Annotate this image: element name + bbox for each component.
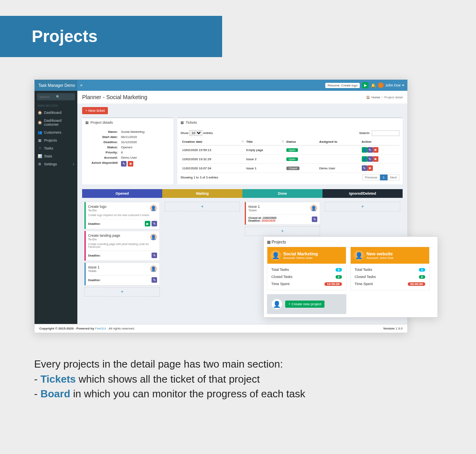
delete-icon[interactable]: ✖: [367, 165, 373, 171]
tickets-box: ▦ Tickets Show 10 entries Search:: [177, 117, 403, 184]
play-icon[interactable]: ▶: [362, 82, 369, 88]
kanban-card[interactable]: Create landing pageTo-DoCreate a landing…: [84, 231, 160, 261]
edit-icon[interactable]: ✎: [121, 161, 127, 167]
nav-icon: 🏠: [38, 111, 42, 115]
project-details-box: ▦ Project details Name:Social MarketingS…: [82, 117, 173, 184]
table-row: 13/02/2020 15:59:13Empty pageOpen👤✎✖: [180, 146, 399, 155]
sidebar-item-customers[interactable]: 👥Customers: [35, 128, 77, 136]
edit-icon[interactable]: ✎: [152, 253, 157, 258]
kanban-card[interactable]: Create logoTo-DoCreate logo inspired on …: [84, 202, 160, 229]
breadcrumb-home[interactable]: Home: [372, 96, 380, 99]
avatar-icon: [310, 205, 317, 212]
page-1[interactable]: 1: [380, 174, 387, 180]
project-card[interactable]: Social MarketingAccount: Demo UserTotal …: [267, 247, 346, 290]
nav-icon: 🏠: [38, 121, 42, 125]
nav-icon: 👥: [38, 130, 42, 134]
sidebar-item-projects[interactable]: ▦Projects: [35, 136, 77, 144]
avatar-icon: [150, 265, 157, 272]
grid-icon: ▦: [180, 121, 184, 125]
col-status[interactable]: Status: [285, 138, 318, 146]
nav-icon: ⑂: [38, 146, 42, 150]
breadcrumb-current: Project detail: [384, 96, 403, 99]
resume-button[interactable]: Resume: Create logo: [325, 83, 360, 88]
tickets-table: Creation date⇅ Title⇅ Status Assigned to…: [180, 138, 399, 173]
avatar-icon: [150, 205, 157, 212]
breadcrumb: 🏠 Home › Project detail: [366, 96, 403, 99]
hero-banner: Projects: [0, 16, 222, 57]
user-icon[interactable]: 👤: [362, 147, 367, 153]
sidebar-item-tasks[interactable]: ⑂Tasks: [35, 144, 77, 152]
user-name: John Doe: [385, 83, 401, 87]
entries-select[interactable]: 10: [189, 130, 202, 136]
edit-icon[interactable]: ✎: [152, 277, 157, 283]
home-icon: 🏠: [366, 96, 370, 99]
create-project-button[interactable]: + Create new project: [285, 301, 324, 308]
topbar: Task Manager Demo ≡ Resume: Create logo …: [35, 80, 407, 91]
nav-section-header: MAIN SECTION: [35, 103, 77, 109]
search-input[interactable]: [372, 130, 399, 136]
delete-icon[interactable]: ✖: [128, 161, 133, 167]
page-title: Planner - Social Marketing: [82, 94, 147, 100]
play-icon[interactable]: ▶: [145, 221, 150, 226]
table-info: Showing 1 to 3 of 3 entries: [180, 176, 218, 179]
nav-icon: ▦: [38, 138, 42, 142]
bell-icon[interactable]: 🔔: [371, 83, 376, 88]
col-creation[interactable]: Creation date⇅: [180, 138, 245, 146]
nav-icon: 📊: [38, 154, 42, 158]
col-assigned[interactable]: Assigned to: [318, 138, 360, 146]
search-icon: 🔍: [56, 95, 73, 99]
project-card[interactable]: New websiteAccount: John DoeTotal Tasks1…: [350, 247, 430, 290]
avatar-icon: [150, 234, 157, 241]
avatar-icon: [272, 299, 282, 309]
sidebar-item-dashboard-customer[interactable]: 🏠Dashboard customer: [35, 117, 77, 128]
user-icon[interactable]: 👤: [362, 156, 367, 162]
table-row: 11/02/2020 16:07:34Issue 1ClosedDemo Use…: [180, 164, 399, 173]
nav-icon: ⚙: [38, 162, 42, 166]
caption: Every projects in the detail page has tw…: [34, 357, 443, 402]
create-project-card: + Create new project: [267, 294, 346, 314]
add-card-button[interactable]: +: [325, 202, 400, 211]
kanban-cards: +: [162, 198, 242, 293]
delete-icon[interactable]: ✖: [373, 147, 378, 153]
page-header: Planner - Social Marketing 🏠 Home › Proj…: [77, 91, 407, 104]
add-card-button[interactable]: +: [84, 287, 160, 297]
kanban-header: Ignored/Deleted: [322, 189, 403, 198]
next-button[interactable]: Next: [388, 174, 399, 180]
table-row: 12/02/2020 19:31:29Issue 2Open👤✎✖: [180, 155, 399, 164]
avatar-icon: [271, 250, 281, 261]
sidebar-toggle[interactable]: ≡: [77, 83, 85, 87]
brand[interactable]: Task Manager Demo: [35, 80, 77, 91]
sidebar-item-dashboard[interactable]: 🏠Dashboard: [35, 109, 77, 117]
kanban-header: Waiting: [162, 189, 242, 198]
kanban-header: Done: [242, 189, 322, 198]
sidebar-item-settings[interactable]: ⚙Settings‹: [35, 160, 77, 168]
chevron-down-icon: ▾: [402, 83, 404, 87]
footer: Copyright © 2015-2020 - Powered by FireG…: [35, 324, 407, 333]
kanban-header: Opened: [82, 189, 162, 198]
pager: Previous 1 Next: [362, 174, 399, 180]
chevron-left-icon: ‹: [73, 162, 74, 166]
edit-icon[interactable]: ✎: [367, 156, 373, 162]
edit-icon[interactable]: ✎: [152, 221, 157, 226]
projects-overlay: ▦ Projects Social MarketingAccount: Demo…: [263, 236, 438, 318]
add-card-button[interactable]: +: [165, 202, 240, 211]
kanban-cards: Create logoTo-DoCreate logo inspired on …: [82, 198, 162, 301]
search-input[interactable]: Search... 🔍: [37, 93, 75, 100]
edit-icon[interactable]: ✎: [362, 165, 367, 171]
edit-icon[interactable]: ✎: [367, 147, 373, 153]
add-card-button[interactable]: +: [245, 226, 320, 236]
grid-icon: ▦: [267, 240, 271, 244]
avatar-icon: [378, 82, 384, 88]
kanban-card[interactable]: Issue 1TicketClosed at: 13/02/2020Deadli…: [245, 202, 320, 225]
delete-icon[interactable]: ✖: [373, 156, 378, 162]
new-ticket-button[interactable]: + New ticket: [82, 107, 108, 114]
grid-icon: ▦: [85, 121, 89, 125]
footer-brand[interactable]: FireGUI: [95, 327, 106, 330]
prev-button[interactable]: Previous: [362, 174, 380, 180]
edit-icon[interactable]: ✎: [312, 216, 317, 222]
kanban-card[interactable]: Issue 1TicketDeadline:✎: [84, 262, 160, 285]
sidebar-item-stats[interactable]: 📊Stats: [35, 152, 77, 160]
user-menu[interactable]: John Doe ▾: [378, 82, 404, 88]
col-title[interactable]: Title⇅: [245, 138, 285, 146]
col-action: Action: [360, 138, 399, 146]
